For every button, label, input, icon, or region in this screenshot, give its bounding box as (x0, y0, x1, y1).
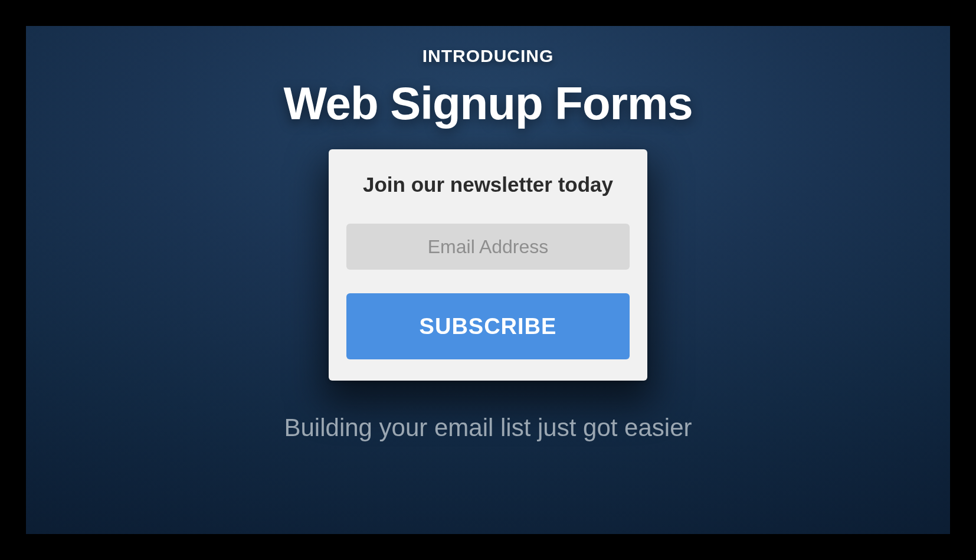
card-title: Join our newsletter today (363, 173, 613, 197)
page-headline: Web Signup Forms (283, 77, 692, 130)
tagline: Building your email list just got easier (284, 414, 692, 442)
email-field[interactable] (346, 224, 630, 270)
signup-card: Join our newsletter today SUBSCRIBE (329, 149, 647, 381)
eyebrow-label: INTRODUCING (423, 46, 554, 66)
hero-panel: INTRODUCING Web Signup Forms Join our ne… (26, 26, 950, 534)
subscribe-button[interactable]: SUBSCRIBE (346, 293, 630, 359)
